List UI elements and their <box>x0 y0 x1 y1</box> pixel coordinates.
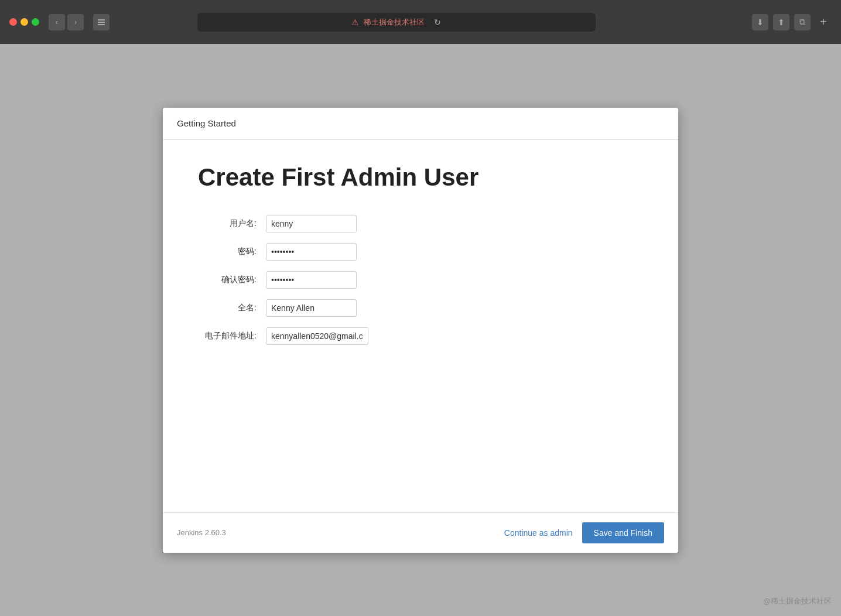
download-icon[interactable]: ⬇ <box>752 14 768 30</box>
password-input[interactable] <box>266 243 357 261</box>
username-input[interactable] <box>266 215 357 232</box>
fullname-label: 全名: <box>198 303 257 313</box>
forward-button[interactable]: › <box>67 14 84 30</box>
confirm-password-label: 确认密码: <box>198 275 257 285</box>
svg-rect-2 <box>98 24 105 25</box>
back-button[interactable]: ‹ <box>49 14 65 30</box>
duplicate-icon[interactable]: ⧉ <box>794 14 811 30</box>
minimize-button[interactable] <box>20 18 28 26</box>
save-and-finish-button[interactable]: Save and Finish <box>582 522 664 543</box>
content-area: Getting Started Create First Admin User … <box>0 44 841 616</box>
svg-rect-1 <box>98 22 105 23</box>
close-button[interactable] <box>9 18 17 26</box>
watermark: @稀土掘金技术社区 <box>763 596 832 607</box>
warning-icon: ⚠ <box>351 18 359 27</box>
password-label: 密码: <box>198 247 257 257</box>
maximize-button[interactable] <box>32 18 39 26</box>
username-row: 用户名: <box>198 215 643 232</box>
share-icon[interactable]: ⬆ <box>773 14 789 30</box>
svg-rect-0 <box>98 19 105 20</box>
sidebar-toggle-button[interactable] <box>93 14 110 30</box>
reload-button[interactable]: ↻ <box>434 18 441 27</box>
nav-buttons: ‹ › <box>49 14 84 30</box>
browser-chrome: ‹ › ⚠ 稀土掘金技术社区 ↻ ⬇ ⬆ ⧉ + <box>0 0 841 44</box>
version-label: Jenkins 2.60.3 <box>177 528 226 537</box>
email-row: 电子邮件地址: <box>198 327 643 345</box>
email-label: 电子邮件地址: <box>198 331 257 341</box>
footer-actions: Continue as admin Save and Finish <box>504 522 664 543</box>
username-label: 用户名: <box>198 218 257 229</box>
url-text: 稀土掘金技术社区 <box>364 17 425 28</box>
panel-footer: Jenkins 2.60.3 Continue as admin Save an… <box>163 512 678 553</box>
traffic-lights <box>9 18 39 26</box>
password-row: 密码: <box>198 243 643 261</box>
page-title: Create First Admin User <box>198 163 643 191</box>
fullname-row: 全名: <box>198 299 643 317</box>
admin-user-form: 用户名: 密码: 确认密码: 全名: <box>198 215 643 345</box>
panel-header: Getting Started <box>163 108 678 140</box>
continue-as-admin-link[interactable]: Continue as admin <box>504 528 573 538</box>
address-bar[interactable]: ⚠ 稀土掘金技术社区 ↻ <box>197 13 596 32</box>
confirm-password-input[interactable] <box>266 271 357 289</box>
fullname-input[interactable] <box>266 299 357 317</box>
toolbar-right: ⬇ ⬆ ⧉ + <box>752 14 832 30</box>
panel-body: Create First Admin User 用户名: 密码: 确认密码: <box>163 140 678 512</box>
confirm-password-row: 确认密码: <box>198 271 643 289</box>
email-input[interactable] <box>266 327 368 345</box>
jenkins-panel: Getting Started Create First Admin User … <box>163 108 678 553</box>
new-tab-button[interactable]: + <box>815 14 832 30</box>
getting-started-title: Getting Started <box>177 118 236 128</box>
